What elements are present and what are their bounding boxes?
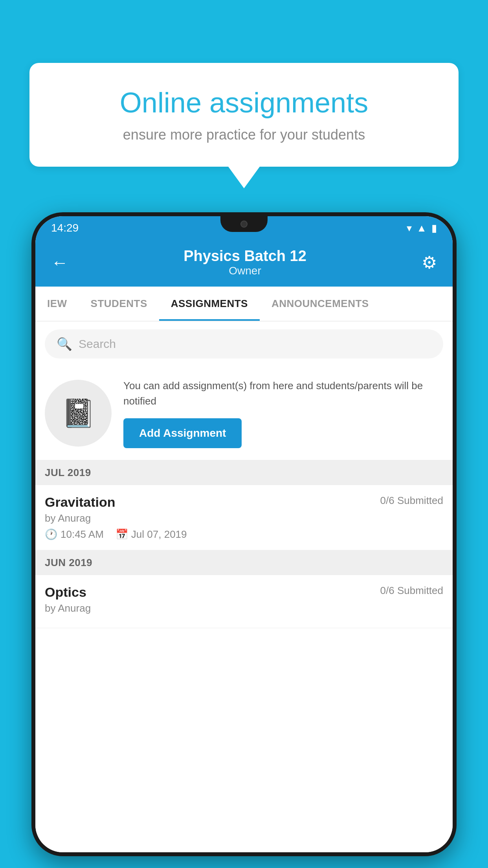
meta-date-gravitation: 📅 Jul 07, 2019 [116,528,187,541]
status-icons: ▾ ▲ ▮ [407,222,437,234]
tab-iew[interactable]: IEW [35,287,79,321]
search-icon: 🔍 [57,337,72,351]
wifi-icon: ▾ [407,222,412,234]
section-header-jun: JUN 2019 [35,550,453,575]
phone-screen: 14:29 ▾ ▲ ▮ ← Physics Batch 12 Owner ⚙ I… [35,216,453,852]
search-bar[interactable]: 🔍 Search [45,329,443,359]
speech-bubble: Online assignments ensure more practice … [29,63,459,167]
tab-students[interactable]: STUDENTS [79,287,159,321]
assignment-submitted-optics: 0/6 Submitted [380,585,443,597]
section-header-jul: JUL 2019 [35,460,453,485]
assignment-name-gravitation: Gravitation [45,495,115,510]
status-time: 14:29 [51,222,79,234]
search-bar-wrapper: 🔍 Search [35,322,453,366]
assignment-by-gravitation: by Anurag [45,512,443,524]
assignment-top-row: Gravitation 0/6 Submitted [45,495,443,510]
promo-description: You can add assignment(s) from here and … [123,378,443,409]
notebook-icon: 📓 [61,397,95,429]
app-header: ← Physics Batch 12 Owner ⚙ [35,240,453,287]
header-title: Physics Batch 12 [183,248,306,265]
clock-icon: 🕐 [45,528,57,541]
assignment-by-optics: by Anurag [45,602,443,614]
back-button[interactable]: ← [51,253,68,272]
bubble-title: Online assignments [57,86,431,119]
meta-date-value: Jul 07, 2019 [131,528,187,541]
assignment-meta-gravitation: 🕐 10:45 AM 📅 Jul 07, 2019 [45,528,443,541]
header-center: Physics Batch 12 Owner [183,248,306,277]
assignment-item-gravitation[interactable]: Gravitation 0/6 Submitted by Anurag 🕐 10… [35,485,453,550]
status-bar: 14:29 ▾ ▲ ▮ [35,216,453,240]
promo-icon-circle: 📓 [45,380,112,447]
assignment-name-optics: Optics [45,585,86,600]
battery-icon: ▮ [431,222,437,234]
bubble-subtitle: ensure more practice for your students [57,127,431,143]
promo-block: 📓 You can add assignment(s) from here an… [35,366,453,460]
header-subtitle: Owner [183,265,306,277]
settings-icon[interactable]: ⚙ [422,252,437,272]
promo-text-area: You can add assignment(s) from here and … [123,378,443,448]
signal-icon: ▲ [416,222,427,234]
meta-time-value: 10:45 AM [61,528,104,541]
meta-time-gravitation: 🕐 10:45 AM [45,528,104,541]
phone-content: 🔍 Search 📓 You can add assignment(s) fro… [35,322,453,852]
tabs-container: IEW STUDENTS ASSIGNMENTS ANNOUNCEMENTS [35,287,453,322]
tab-announcements[interactable]: ANNOUNCEMENTS [260,287,381,321]
speech-bubble-tail [228,167,260,188]
calendar-icon: 📅 [116,528,128,541]
search-placeholder: Search [79,337,116,351]
tab-assignments[interactable]: ASSIGNMENTS [159,287,260,321]
assignment-item-optics[interactable]: Optics 0/6 Submitted by Anurag [35,575,453,628]
front-camera [240,221,248,228]
assignment-submitted-gravitation: 0/6 Submitted [380,495,443,507]
assignment-top-row-optics: Optics 0/6 Submitted [45,585,443,600]
phone-frame: 14:29 ▾ ▲ ▮ ← Physics Batch 12 Owner ⚙ I… [31,212,457,856]
add-assignment-button[interactable]: Add Assignment [123,418,242,448]
speech-bubble-container: Online assignments ensure more practice … [29,63,459,188]
notch [220,216,268,232]
